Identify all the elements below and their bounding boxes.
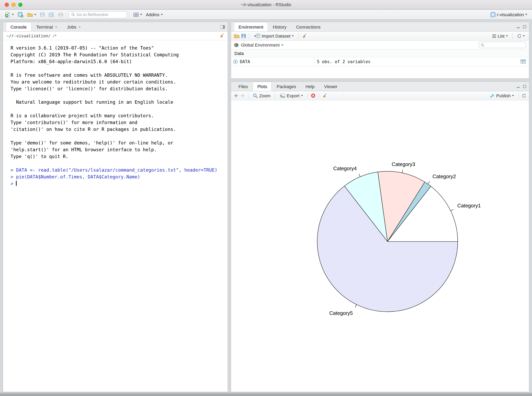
list-view-icon bbox=[492, 34, 496, 38]
expand-object-icon[interactable] bbox=[233, 59, 238, 64]
goto-file-search bbox=[69, 11, 127, 18]
console-output[interactable]: R version 3.6.1 (2019-07-05) -- "Action … bbox=[3, 40, 228, 187]
svg-text:R: R bbox=[491, 13, 494, 17]
list-view-caret-icon bbox=[506, 35, 508, 37]
environment-tab-label: History bbox=[273, 24, 286, 29]
pane-layout-caret-icon bbox=[140, 14, 142, 15]
environment-toolbar: Import Dataset List bbox=[231, 32, 529, 41]
console-tab-console[interactable]: Console bbox=[6, 22, 32, 31]
plots-tab-viewer[interactable]: Viewer bbox=[319, 82, 342, 91]
plots-tab-help[interactable]: Help bbox=[301, 82, 319, 91]
environment-tab-connections[interactable]: Connections bbox=[291, 22, 325, 31]
close-terminal-tab-icon[interactable]: × bbox=[55, 25, 58, 29]
environment-tab-history[interactable]: History bbox=[268, 22, 291, 31]
addins-label: Addins bbox=[146, 12, 159, 17]
minimize-plots-pane-icon[interactable] bbox=[516, 85, 520, 88]
new-file-button[interactable] bbox=[3, 11, 15, 18]
maximize-environment-pane-icon[interactable] bbox=[523, 25, 526, 29]
refresh-environment-button[interactable] bbox=[516, 33, 526, 39]
clear-environment-button[interactable] bbox=[302, 33, 307, 38]
export-label: Export bbox=[287, 93, 300, 98]
plot-canvas: Category1Category2Category3Category4Cate… bbox=[231, 100, 529, 392]
object-name[interactable]: DATA bbox=[240, 59, 314, 64]
print-icon bbox=[58, 12, 63, 17]
pie-label-category3: Category3 bbox=[392, 161, 415, 167]
window-title: ~/r-visualization - RStudio bbox=[0, 0, 532, 10]
console-output-line: Platform: x86_64-apple-darwin15.6.0 (64-… bbox=[11, 58, 228, 65]
plots-tab-files[interactable]: Files bbox=[234, 82, 253, 91]
save-workspace-button[interactable] bbox=[241, 34, 246, 38]
environment-tab-label: Connections bbox=[296, 24, 321, 29]
toolbar-separator bbox=[319, 93, 319, 99]
console-tab-jobs[interactable]: Jobs× bbox=[62, 22, 86, 31]
view-data-grid-icon[interactable] bbox=[520, 59, 526, 64]
console-output-line: Type 'license()' or 'licence()' for dist… bbox=[11, 85, 228, 92]
project-menu-button[interactable]: R r-visualization bbox=[489, 11, 529, 18]
pane-layout-button[interactable] bbox=[132, 12, 144, 17]
console-output-line bbox=[11, 65, 228, 71]
addins-button[interactable]: Addins bbox=[145, 12, 164, 18]
environment-search-input[interactable] bbox=[486, 43, 524, 47]
save-icon bbox=[40, 12, 45, 17]
minimize-environment-pane-icon[interactable] bbox=[516, 25, 520, 29]
goto-working-directory-icon[interactable] bbox=[53, 34, 57, 38]
remove-plot-button[interactable] bbox=[311, 93, 316, 98]
clear-console-button[interactable] bbox=[219, 33, 224, 38]
rstudio-window: ~/r-visualization - RStudio R bbox=[0, 0, 532, 396]
environment-scope-button[interactable]: Global Environment bbox=[241, 42, 283, 47]
project-icon: R bbox=[490, 12, 495, 17]
console-command-line: > pie(DATA$Number.of.Times, DATA$Categor… bbox=[11, 173, 228, 180]
import-dataset-button[interactable]: Import Dataset bbox=[252, 33, 295, 39]
goto-file-input[interactable] bbox=[76, 12, 124, 17]
new-file-caret-icon bbox=[12, 14, 14, 15]
console-header: ~/r-visualization/ bbox=[3, 32, 228, 40]
environment-tab-label: Environment bbox=[238, 24, 263, 29]
next-plot-button[interactable] bbox=[240, 94, 245, 98]
console-output-line: 'help.start()' for an HTML browser inter… bbox=[11, 146, 228, 153]
plots-tabbar: FilesPlotsPackagesHelpViewer bbox=[231, 82, 529, 91]
toolbar-separator bbox=[298, 33, 299, 39]
environment-tab-environment[interactable]: Environment bbox=[234, 22, 268, 31]
refresh-plot-button[interactable] bbox=[522, 93, 526, 98]
import-dataset-caret-icon bbox=[292, 35, 294, 37]
console-output-line bbox=[11, 92, 228, 99]
console-output-line: Natural language support but running in … bbox=[11, 99, 228, 105]
save-button[interactable] bbox=[39, 12, 46, 18]
export-plot-button[interactable]: Export bbox=[278, 93, 304, 99]
environment-scope-label: Global Environment bbox=[241, 42, 280, 47]
pie-label-tick bbox=[359, 174, 360, 177]
window-bottom-edge bbox=[0, 392, 532, 396]
console-text-cursor bbox=[16, 181, 17, 186]
console-output-line: Type 'demo()' for some demos, 'help()' f… bbox=[11, 140, 228, 146]
clear-all-plots-button[interactable] bbox=[322, 93, 327, 98]
plots-tab-label: Packages bbox=[277, 84, 296, 89]
pie-label-tick bbox=[402, 170, 403, 173]
plots-tab-plots[interactable]: Plots bbox=[253, 82, 272, 91]
open-file-button[interactable] bbox=[26, 12, 38, 17]
plots-tab-packages[interactable]: Packages bbox=[272, 82, 301, 91]
object-summary: 5 obs. of 2 variables bbox=[314, 57, 517, 66]
publish-plot-button[interactable]: Publish bbox=[488, 93, 515, 99]
zoom-icon bbox=[253, 93, 258, 98]
close-jobs-tab-icon[interactable]: × bbox=[78, 25, 81, 29]
previous-plot-button[interactable] bbox=[234, 94, 239, 98]
toolbar-separator bbox=[249, 33, 249, 39]
list-view-label: List bbox=[498, 33, 504, 38]
maximize-console-pane-icon[interactable] bbox=[221, 25, 225, 29]
console-command-line: > DATA <- read.table("/Users/lsalazar/co… bbox=[11, 167, 228, 173]
refresh-icon bbox=[517, 34, 521, 38]
new-project-button[interactable]: R bbox=[16, 11, 25, 18]
environment-object-row[interactable]: DATA5 obs. of 2 variables bbox=[231, 57, 529, 66]
zoom-label: Zoom bbox=[259, 93, 270, 98]
console-tab-terminal[interactable]: Terminal× bbox=[31, 22, 62, 31]
load-workspace-button[interactable] bbox=[234, 34, 240, 38]
zoom-plot-button[interactable]: Zoom bbox=[251, 93, 272, 99]
new-project-icon: R bbox=[18, 12, 23, 17]
console-prompt-line[interactable]: > bbox=[11, 180, 228, 187]
project-caret-icon bbox=[525, 14, 527, 15]
print-button[interactable] bbox=[57, 12, 65, 18]
maximize-plots-pane-icon[interactable] bbox=[523, 85, 526, 88]
environment-view-mode-button[interactable]: List bbox=[491, 33, 509, 39]
plots-tab-label: Help bbox=[306, 84, 315, 89]
save-all-button[interactable] bbox=[47, 12, 56, 18]
